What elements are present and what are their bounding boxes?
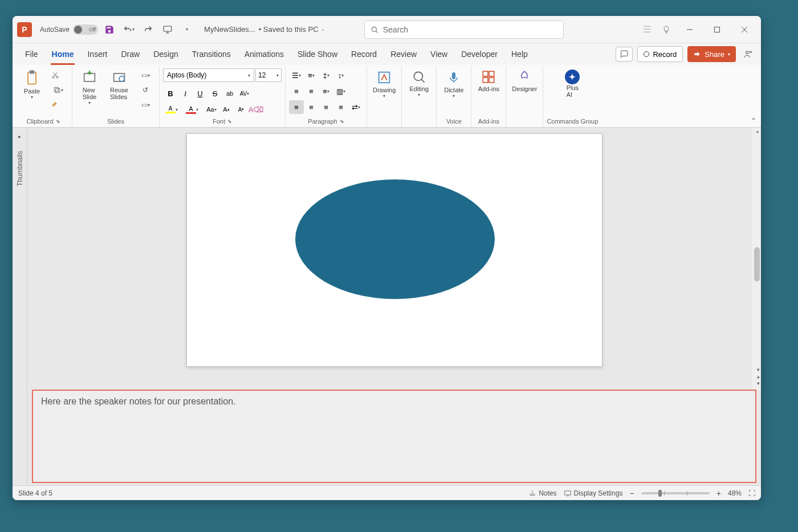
- strikethrough-button[interactable]: S: [207, 87, 222, 100]
- font-color-button[interactable]: A▾: [184, 103, 198, 116]
- share-button[interactable]: Share ▾: [687, 46, 736, 62]
- zoom-in-button[interactable]: +: [716, 489, 721, 498]
- change-case-button[interactable]: Aa▾: [204, 103, 219, 116]
- cut-button[interactable]: [48, 68, 63, 82]
- comments-button[interactable]: [616, 47, 633, 62]
- tab-design[interactable]: Design: [146, 43, 185, 65]
- user-icon[interactable]: [740, 46, 756, 62]
- fit-to-window-button[interactable]: ⛶: [748, 489, 755, 497]
- notes-pane[interactable]: Here are the speaker notes for our prese…: [32, 390, 756, 483]
- decrease-indent-button[interactable]: ≡: [289, 84, 304, 98]
- font-launcher[interactable]: ⬊: [227, 118, 232, 124]
- chevron-down-icon: ▾: [132, 27, 135, 32]
- undo-button[interactable]: ▾: [121, 22, 137, 38]
- paragraph-launcher[interactable]: ⬊: [340, 118, 344, 124]
- vertical-scrollbar[interactable]: ▴ ▾▴▾: [752, 128, 761, 390]
- bullets-button[interactable]: ☰▾: [289, 68, 304, 82]
- align-center-button[interactable]: ≡: [304, 100, 319, 114]
- align-left-button[interactable]: ≡: [289, 100, 304, 114]
- save-status[interactable]: • Saved to this PC ⌄: [259, 25, 325, 34]
- shadow-button[interactable]: ab: [222, 87, 237, 100]
- justify-button[interactable]: ≡: [333, 100, 348, 114]
- svg-rect-20: [489, 77, 494, 83]
- tab-draw[interactable]: Draw: [114, 43, 146, 65]
- drawing-button[interactable]: Drawing▾: [370, 68, 398, 100]
- tab-help[interactable]: Help: [504, 43, 535, 65]
- zoom-slider[interactable]: [641, 492, 710, 494]
- slide[interactable]: [186, 133, 602, 367]
- tab-record[interactable]: Record: [344, 43, 384, 65]
- present-button[interactable]: [160, 22, 176, 38]
- save-button[interactable]: [101, 22, 117, 38]
- section-button[interactable]: ▭▾: [135, 98, 156, 112]
- chevron-down-icon: ⌄: [321, 27, 325, 32]
- tab-slideshow[interactable]: Slide Show: [291, 43, 344, 65]
- notes-toggle[interactable]: Notes: [528, 489, 556, 497]
- slide-counter[interactable]: Slide 4 of 5: [18, 489, 52, 497]
- dictate-button[interactable]: Dictate▾: [440, 68, 467, 100]
- shrink-font-button[interactable]: A▾: [234, 103, 249, 116]
- reset-button[interactable]: ↺: [135, 83, 156, 97]
- highlight-button[interactable]: A▾: [163, 103, 178, 116]
- layout-button[interactable]: ▭▾: [135, 68, 156, 82]
- svg-rect-21: [564, 490, 571, 494]
- filename[interactable]: MyNewSlides...: [204, 25, 255, 34]
- increase-indent-button[interactable]: ≡: [304, 84, 319, 98]
- plus-ai-button[interactable]: ✦ Plus AI: [559, 68, 586, 99]
- tab-review[interactable]: Review: [384, 43, 424, 65]
- lightbulb-icon[interactable]: [658, 22, 674, 38]
- tab-file[interactable]: File: [18, 43, 45, 65]
- autosave-toggle[interactable]: Off: [73, 24, 98, 35]
- maximize-button[interactable]: [705, 21, 729, 39]
- addins-button[interactable]: Add-ins: [475, 68, 502, 93]
- zoom-level[interactable]: 48%: [728, 489, 742, 497]
- font-name-select[interactable]: Aptos (Body)▾: [163, 68, 254, 82]
- columns-button[interactable]: ▥▾: [333, 84, 348, 98]
- tab-view[interactable]: View: [424, 43, 454, 65]
- tab-developer[interactable]: Developer: [454, 43, 504, 65]
- tab-home[interactable]: Home: [45, 43, 81, 65]
- paste-button[interactable]: Paste ▾: [18, 68, 46, 101]
- tab-insert[interactable]: Insert: [80, 43, 114, 65]
- qat-customize[interactable]: ▾: [179, 22, 195, 38]
- oval-shape[interactable]: [295, 179, 495, 299]
- grow-font-button[interactable]: A▴: [219, 103, 234, 116]
- format-painter-button[interactable]: [48, 98, 63, 112]
- text-direction-button[interactable]: ↕▾: [333, 68, 348, 82]
- numbering-button[interactable]: ≡▾: [304, 68, 319, 82]
- group-slides: New Slide▾ Reuse Slides ▭▾ ↺ ▭▾ Slides: [72, 66, 160, 127]
- account-icon[interactable]: ☰: [639, 22, 655, 38]
- autosave-control[interactable]: AutoSave Off: [40, 24, 98, 35]
- underline-button[interactable]: U: [193, 87, 207, 100]
- italic-button[interactable]: I: [178, 87, 193, 100]
- font-size-select[interactable]: 12▾: [255, 68, 282, 82]
- align-text-button[interactable]: ≡▾: [319, 84, 333, 98]
- record-button[interactable]: Record: [637, 46, 683, 62]
- clear-formatting-button[interactable]: A⌫: [249, 103, 263, 116]
- redo-button[interactable]: [140, 22, 156, 38]
- search-input[interactable]: Search: [364, 21, 564, 39]
- char-spacing-button[interactable]: AV▾: [237, 87, 252, 100]
- display-settings-button[interactable]: Display Settings: [564, 489, 623, 497]
- clipboard-launcher[interactable]: ⬊: [56, 118, 60, 124]
- designer-button[interactable]: Designer: [510, 68, 539, 93]
- bold-button[interactable]: B: [163, 87, 178, 100]
- editing-button[interactable]: Editing▾: [405, 68, 433, 99]
- reuse-slides-button[interactable]: Reuse Slides: [105, 68, 133, 101]
- copy-button[interactable]: ▾: [48, 83, 68, 97]
- minimize-button[interactable]: [678, 21, 702, 39]
- zoom-out-button[interactable]: −: [630, 489, 634, 498]
- tab-transitions[interactable]: Transitions: [185, 43, 238, 65]
- smartart-button[interactable]: ⇄▾: [348, 100, 363, 114]
- expand-thumbnails-icon[interactable]: ▸: [18, 133, 21, 140]
- slide-canvas-area[interactable]: ▴ ▾▴▾: [27, 128, 761, 390]
- scrollbar-thumb[interactable]: [754, 247, 760, 281]
- close-button[interactable]: [732, 21, 756, 39]
- tab-animations[interactable]: Animations: [238, 43, 291, 65]
- new-slide-button[interactable]: New Slide▾: [76, 68, 103, 107]
- notes-text[interactable]: Here are the speaker notes for our prese…: [41, 396, 236, 406]
- collapse-ribbon-button[interactable]: ⌃: [751, 117, 756, 125]
- line-spacing-button[interactable]: ‡▾: [319, 68, 333, 82]
- align-right-button[interactable]: ≡: [319, 100, 333, 114]
- thumbnails-panel[interactable]: ▸ Thumbnails: [13, 128, 27, 485]
